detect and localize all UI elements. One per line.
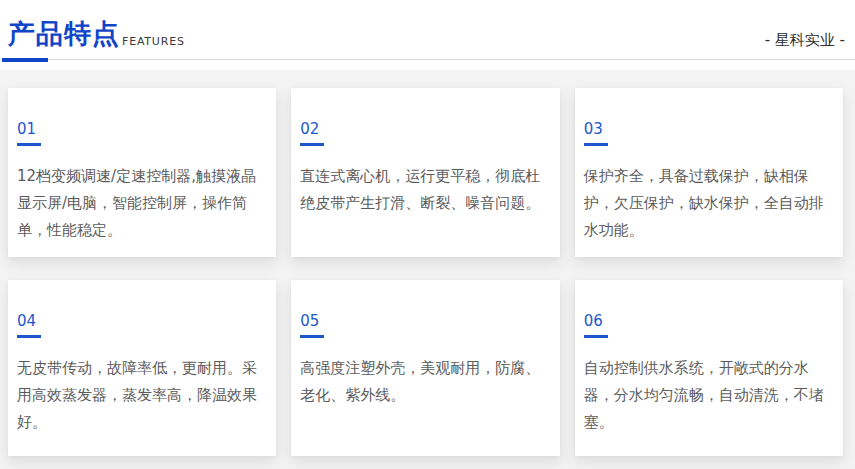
feature-number-underline	[584, 143, 608, 146]
header-divider	[0, 59, 855, 60]
feature-card-03: 03 保护齐全，具备过载保护，缺相保护，欠压保护，缺水保护，全自动排水功能。	[575, 88, 843, 257]
feature-card-02: 02 直连式离心机，运行更平稳，彻底杜绝皮带产生打滑、断裂、噪音问题。	[291, 88, 559, 257]
page: 产品特点 FEATURES - 星科实业 - 01 12档变频调速/定速控制器,…	[0, 0, 855, 469]
feature-number-underline	[17, 335, 41, 338]
page-subtitle: FEATURES	[122, 35, 185, 48]
feature-number-underline	[584, 335, 608, 338]
features-grid: 01 12档变频调速/定速控制器,触摸液晶显示屏/电脑，智能控制屏，操作简单，性…	[8, 88, 843, 456]
feature-number: 03	[584, 120, 834, 138]
feature-card-04: 04 无皮带传动，故障率低，更耐用。采用高效蒸发器，蒸发率高，降温效果好。	[8, 280, 276, 456]
feature-text: 12档变频调速/定速控制器,触摸液晶显示屏/电脑，智能控制屏，操作简单，性能稳定…	[17, 163, 267, 244]
feature-text: 直连式离心机，运行更平稳，彻底杜绝皮带产生打滑、断裂、噪音问题。	[300, 163, 550, 217]
feature-number-underline	[17, 143, 41, 146]
feature-number: 05	[300, 312, 550, 330]
feature-number: 01	[17, 120, 267, 138]
title-accent-underline	[2, 58, 48, 62]
feature-text: 自动控制供水系统，开敞式的分水器，分水均匀流畅，自动清洗，不堵塞。	[584, 355, 834, 436]
brand-label: - 星科实业 -	[765, 31, 845, 50]
feature-text: 无皮带传动，故障率低，更耐用。采用高效蒸发器，蒸发率高，降温效果好。	[17, 355, 267, 436]
feature-text: 保护齐全，具备过载保护，缺相保护，欠压保护，缺水保护，全自动排水功能。	[584, 163, 834, 244]
feature-number: 04	[17, 312, 267, 330]
features-section: 01 12档变频调速/定速控制器,触摸液晶显示屏/电脑，智能控制屏，操作简单，性…	[0, 70, 855, 469]
feature-number-underline	[300, 335, 324, 338]
feature-text: 高强度注塑外壳，美观耐用，防腐、老化、紫外线。	[300, 355, 550, 409]
feature-card-05: 05 高强度注塑外壳，美观耐用，防腐、老化、紫外线。	[291, 280, 559, 456]
feature-number: 06	[584, 312, 834, 330]
feature-card-06: 06 自动控制供水系统，开敞式的分水器，分水均匀流畅，自动清洗，不堵塞。	[575, 280, 843, 456]
section-header: 产品特点 FEATURES - 星科实业 -	[0, 0, 855, 60]
page-title: 产品特点	[8, 16, 120, 52]
feature-number: 02	[300, 120, 550, 138]
feature-card-01: 01 12档变频调速/定速控制器,触摸液晶显示屏/电脑，智能控制屏，操作简单，性…	[8, 88, 276, 257]
feature-number-underline	[300, 143, 324, 146]
